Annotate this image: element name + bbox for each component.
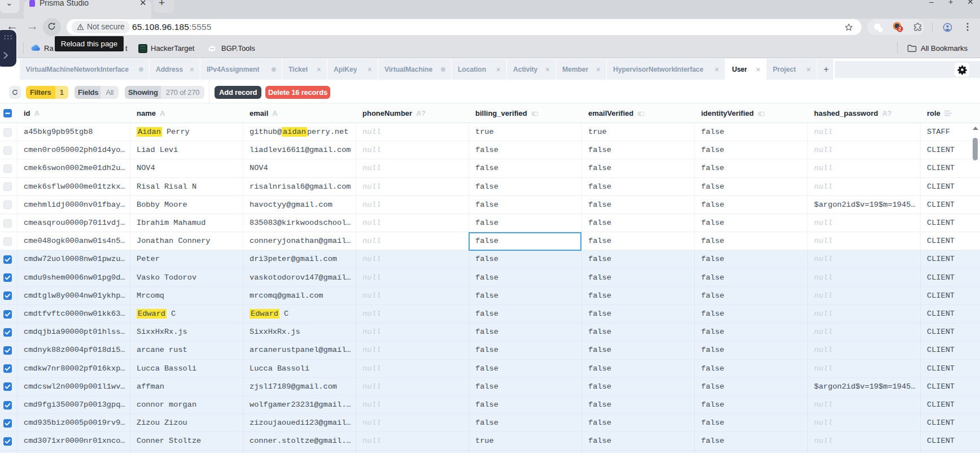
svg-text:2: 2 (899, 27, 902, 32)
